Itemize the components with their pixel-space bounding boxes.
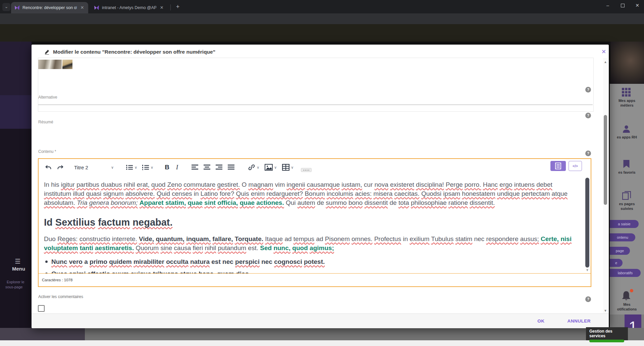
document-icon [555,163,561,169]
page-header-photo [610,42,644,84]
alternative-input[interactable] [38,105,593,105]
sidebar-pages-label[interactable]: suivies [610,207,644,211]
dialog-close-icon[interactable]: ✕ [600,49,607,55]
dialog-scrollbar-thumb[interactable] [604,115,607,205]
ok-button[interactable]: OK [533,316,549,326]
browser-tab-inactive[interactable]: intranet - Ametys Demo @APPV ✕ [91,2,168,13]
format-select[interactable]: Titre 2 ∨ [74,165,114,170]
comments-checkbox[interactable] [38,305,45,312]
explore-subpages-text: sous-page [5,285,22,289]
notification-badge [630,289,633,292]
help-icon[interactable]: ? [585,113,591,118]
resume-label: Résumé [38,120,53,124]
sidebar-pages-label[interactable]: es pages [610,202,644,206]
editor-body[interactable]: In his igitur partibus duabus nihil erat… [39,176,581,273]
thumbnail-image[interactable] [62,60,72,69]
scroll-down-icon[interactable]: ▼ [604,309,607,312]
dialog-title-text: Modifier le contenu "Rencontre: développ… [53,49,215,55]
help-icon[interactable]: ? [585,87,591,93]
bold-button[interactable]: B [165,164,169,171]
image-icon[interactable] [265,164,273,171]
align-center-icon[interactable] [204,164,210,170]
page-right-sidebar: Mes apps métiers es apps RH es favoris e… [610,84,644,314]
bullet-list-icon[interactable] [126,164,133,171]
sidebar-chip-saisie[interactable]: a saisie [610,220,639,228]
thumbnail-image[interactable] [38,60,62,69]
page-left-block [0,95,32,129]
chevron-down-icon[interactable]: ∨ [274,165,277,170]
comments-label: Activer les commentaires [38,294,83,299]
window-maximize-button[interactable] [616,0,629,11]
browser-tab-strip: ⌄ Rencontre: développer son offre ✕ intr… [0,0,644,13]
align-left-icon[interactable] [192,164,198,170]
editor-p: In his igitur partibus duabus nihil erat… [44,180,581,208]
tab-search-button[interactable]: ⌄ [2,3,10,11]
window-minimize-button[interactable]: – [601,0,614,11]
person-icon[interactable] [622,125,631,133]
tab-close-icon[interactable]: ✕ [159,5,164,10]
italic-button[interactable]: I [176,164,178,171]
bookmark-icon[interactable] [623,160,630,168]
dialog-title: Modifier le contenu "Rencontre: développ… [44,49,215,55]
sidebar-chip-page[interactable]: page [610,247,630,255]
scroll-down-icon[interactable]: ▼ [586,268,589,272]
menu-label[interactable]: Menu [12,266,25,272]
editor-scrollbar-thumb[interactable] [585,178,589,268]
align-right-icon[interactable] [216,164,222,170]
alternative-label: Alternative [38,95,57,100]
sidebar-chip-contenu[interactable]: ontenu [610,233,635,241]
richtext-editor: Titre 2 ∨ ∨ ∨ B I [38,158,591,287]
chevron-down-icon[interactable]: ∨ [291,165,293,170]
table-icon[interactable] [282,164,289,171]
content-label: Contenu * [38,149,56,154]
help-icon[interactable]: ? [585,151,591,156]
editor-statusbar: Caractères : 1078 [39,273,591,286]
sidebar-notifications-label[interactable]: Mes [610,302,644,306]
tab-title: Rencontre: développer son offre [22,5,77,10]
browser-toolbar: ← → ⟳ i localhost:8080/intranet/edition/… [0,13,644,24]
page-bottom-left [0,328,85,340]
editor-h2: Id Sextilius factum negabat. [44,216,581,229]
apps-grid-icon[interactable] [622,88,631,97]
sidebar-apps-label[interactable]: métiers [610,103,644,107]
redo-icon[interactable] [57,164,64,171]
window-close-button[interactable]: ✕ [631,0,644,11]
chevron-down-icon[interactable]: ∨ [151,165,153,170]
undo-icon[interactable] [45,164,52,171]
editor-resize-handle[interactable] [301,168,312,172]
sidebar-chip-collaboratifs[interactable]: laboratifs [610,269,641,277]
chevron-down-icon[interactable]: ∨ [257,165,259,170]
scroll-up-icon[interactable]: ▲ [604,60,607,64]
sidebar-notifications-label[interactable]: otifications [610,307,644,311]
link-icon[interactable] [248,164,255,171]
richtext-view-button[interactable] [550,161,566,171]
sidebar-rh-label[interactable]: es apps RH [610,135,644,139]
sidebar-apps-label[interactable]: Mes apps [610,99,644,103]
new-tab-button[interactable]: + [174,3,182,11]
pages-icon[interactable] [622,191,631,200]
help-icon[interactable]: ? [585,296,591,302]
editor-li: Nunc vero a primo quidem mirabiliter occ… [44,257,581,267]
horizontal-scrollbar[interactable]: ▶ [0,340,644,346]
alert-banner: Bâtiment B2 : Panne de la porte du parki… [0,24,644,42]
bell-icon[interactable] [621,290,631,301]
hamburger-icon[interactable]: ☰ [15,257,20,265]
pencil-icon [44,49,50,55]
sidebar-chip-cut[interactable]: e [610,259,623,267]
tab-title: intranet - Ametys Demo @APPV [102,5,156,10]
page-content-peek: Tria genera bonorum; Apparet statim, qua… [0,328,644,340]
chevron-down-icon[interactable]: ∨ [135,165,137,170]
tab-close-icon[interactable]: ✕ [79,5,85,10]
format-value: Titre 2 [74,165,88,170]
editor-toolbar: Titre 2 ∨ ∨ ∨ B I [39,159,591,176]
browser-tab-active[interactable]: Rencontre: développer son offre ✕ [11,2,88,13]
editor-p: Duo Reges: constructio interrete. Vide, … [44,235,581,253]
sidebar-favorites-label[interactable]: es favoris [610,170,644,174]
justify-icon[interactable] [228,164,234,170]
numbered-list-icon[interactable] [142,164,149,171]
dialog-footer: OK ANNULER [32,313,609,328]
tab-divider [170,4,171,10]
ametys-logo-icon [94,5,99,10]
cancel-button[interactable]: ANNULER [563,316,596,326]
source-view-button[interactable]: </> [569,161,582,171]
